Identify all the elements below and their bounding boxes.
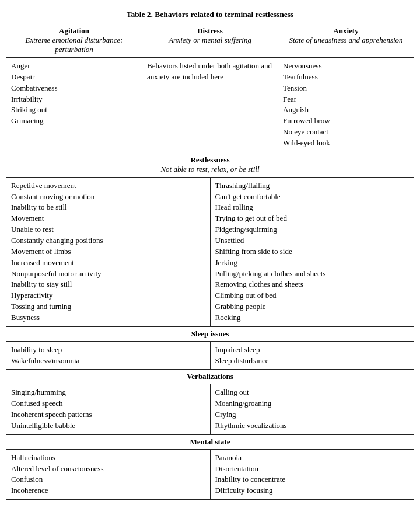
mental-state-header: Mental state <box>6 435 414 450</box>
list-item: Tension <box>283 83 409 94</box>
list-item: Head rolling <box>215 202 410 213</box>
sleep-row: Inability to sleepWakefulness/insomnia I… <box>6 342 414 370</box>
agitation-col: AngerDespairCombativenessIrritabilityStr… <box>6 58 142 152</box>
list-item: Hallucinations <box>11 453 205 464</box>
list-item: Nonpurposeful motor activity <box>11 269 205 280</box>
verbalizations-row: Singing/hummingConfused speechIncoherent… <box>6 384 414 434</box>
list-item: Fear <box>283 94 409 105</box>
list-item: Hyperactivity <box>11 290 205 301</box>
table-title: Table 2. Behaviors related to terminal r… <box>6 6 414 23</box>
list-item: Repetitive movement <box>11 180 205 192</box>
list-item: Fidgeting/squirming <box>215 224 410 235</box>
restlessness-header: Restlessness Not able to rest, relax, or… <box>6 152 414 178</box>
list-item: Climbing out of bed <box>215 290 410 301</box>
list-item: Anger <box>11 61 137 72</box>
list-item: Sleep disturbance <box>215 356 410 367</box>
distress-col: Behaviors listed under both agitation an… <box>142 58 278 152</box>
list-item: Grimacing <box>11 116 137 127</box>
list-item: Shifting from side to side <box>215 246 410 258</box>
header-row: Agitation Extreme emotional disturbance:… <box>6 23 414 58</box>
sleep-col1: Inability to sleepWakefulness/insomnia <box>6 342 211 370</box>
restlessness-col2: Thrashing/flailingCan't get comfortableH… <box>211 178 414 326</box>
list-item: Calling out <box>215 387 410 398</box>
list-item: Unable to rest <box>11 224 205 235</box>
sleep-col2: Impaired sleepSleep disturbance <box>211 342 414 370</box>
list-item: Altered level of consciousness <box>11 464 205 475</box>
list-item: Disorientation <box>215 464 410 475</box>
mental-col2: ParanoiaDisorientationInability to conce… <box>211 450 414 499</box>
restlessness-row: Repetitive movementConstant moving or mo… <box>6 178 414 327</box>
list-item: Constant moving or motion <box>11 192 205 203</box>
verbalizations-col2: Calling outMoaning/groaningCryingRhythmi… <box>211 384 414 434</box>
anxiety-col: NervousnessTearfulnessTensionFearAnguish… <box>278 58 414 152</box>
list-item: Pulling/picking at clothes and sheets <box>215 269 410 280</box>
list-item: Tearfulness <box>283 72 409 83</box>
list-item: Irritability <box>11 94 137 105</box>
agitation-distress-anxiety-row: AngerDespairCombativenessIrritabilityStr… <box>6 58 414 152</box>
header-anxiety: Anxiety State of uneasiness and apprehen… <box>278 23 414 57</box>
list-item: Nervousness <box>283 61 409 72</box>
list-item: Movement of limbs <box>11 246 205 258</box>
list-item: Striking out <box>11 105 137 116</box>
list-item: Wakefulness/insomnia <box>11 356 205 367</box>
list-item: Paranoia <box>215 453 410 464</box>
list-item: Can't get comfortable <box>215 192 410 203</box>
list-item: Moaning/groaning <box>215 398 410 409</box>
restlessness-col1: Repetitive movementConstant moving or mo… <box>6 178 211 326</box>
list-item: Difficulty focusing <box>215 485 410 496</box>
list-item: Unsettled <box>215 235 410 246</box>
list-item: Constantly changing positions <box>11 235 205 246</box>
list-item: Behaviors listed under both agitation an… <box>147 61 273 83</box>
list-item: Crying <box>215 409 410 420</box>
list-item: Trying to get out of bed <box>215 213 410 224</box>
list-item: Unintelligible babble <box>11 420 205 432</box>
list-item: Combativeness <box>11 83 137 94</box>
list-item: Inability to stay still <box>11 279 205 290</box>
list-item: Jerking <box>215 258 410 269</box>
list-item: Impaired sleep <box>215 345 410 356</box>
list-item: Anguish <box>283 105 409 116</box>
list-item: Grabbing people <box>215 301 410 312</box>
list-item: Singing/humming <box>11 387 205 398</box>
list-item: Inability to concentrate <box>215 474 410 485</box>
list-item: Incoherence <box>11 485 205 496</box>
list-item: Thrashing/flailing <box>215 180 410 192</box>
main-table: Table 2. Behaviors related to terminal r… <box>6 6 414 500</box>
list-item: Increased movement <box>11 258 205 269</box>
sleep-header: Sleep issues <box>6 327 414 342</box>
list-item: Confusion <box>11 474 205 485</box>
header-agitation: Agitation Extreme emotional disturbance:… <box>6 23 142 57</box>
list-item: Despair <box>11 72 137 83</box>
list-item: Furrowed brow <box>283 116 409 127</box>
list-item: Busyness <box>11 312 205 323</box>
list-item: Confused speech <box>11 398 205 409</box>
list-item: Wild-eyed look <box>283 138 409 149</box>
list-item: Movement <box>11 213 205 224</box>
list-item: Rocking <box>215 312 410 323</box>
list-item: Incoherent speech patterns <box>11 409 205 420</box>
list-item: Rhythmic vocalizations <box>215 420 410 432</box>
list-item: Removing clothes and sheets <box>215 279 410 290</box>
mental-state-row: HallucinationsAltered level of conscious… <box>6 450 414 499</box>
list-item: Inability to be still <box>11 202 205 213</box>
verbalizations-header: Verbalizations <box>6 370 414 384</box>
verbalizations-col1: Singing/hummingConfused speechIncoherent… <box>6 384 211 434</box>
list-item: No eye contact <box>283 127 409 138</box>
header-distress: Distress Anxiety or mental suffering <box>142 23 278 57</box>
list-item: Tossing and turning <box>11 301 205 312</box>
mental-col1: HallucinationsAltered level of conscious… <box>6 450 211 499</box>
list-item: Inability to sleep <box>11 345 205 356</box>
